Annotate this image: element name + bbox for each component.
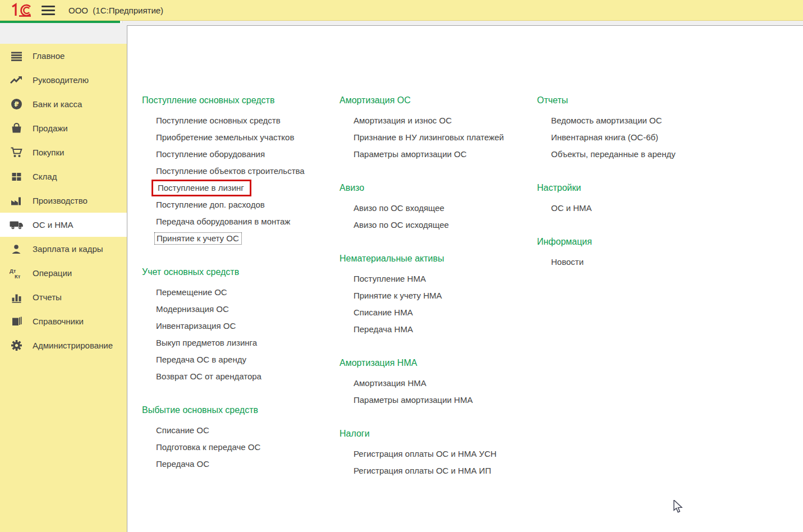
sidebar-item[interactable]: Зарплата и кадры [0, 237, 127, 261]
menu-link-row: Авизо по ОС входящее [339, 200, 533, 217]
menu-link[interactable]: Списание ОС [156, 425, 209, 435]
menu-link[interactable]: Списание НМА [354, 308, 413, 317]
command-group: Амортизация НМААмортизация НМАПараметры … [339, 355, 533, 409]
menu-link-row: Инвентаризация ОС [142, 318, 336, 334]
trend-icon [0, 75, 33, 86]
menu-link[interactable]: Выкуп предметов лизинга [156, 338, 257, 347]
menu-link[interactable]: Параметры амортизации ОС [354, 149, 467, 159]
section-commands-panel: Поступление основных средствПоступление … [127, 25, 803, 532]
sidebar-item[interactable]: Отчеты [0, 285, 127, 309]
menu-link[interactable]: Принятие к учету НМА [354, 291, 442, 300]
menu-link[interactable]: Инвентаризация ОС [156, 321, 236, 331]
command-group-title[interactable]: Настройки [537, 180, 731, 196]
menu-link[interactable]: Передача ОС [156, 459, 209, 469]
svg-text:Кт: Кт [15, 273, 21, 279]
sidebar-item[interactable]: ДтКтОперации [0, 261, 127, 285]
active-tab-underline [0, 21, 120, 23]
sidebar-item[interactable]: Покупки [0, 140, 127, 164]
menu-link[interactable]: Передача НМА [354, 324, 413, 334]
sidebar-item-label: Покупки [33, 148, 64, 157]
sidebar-item-label: Зарплата и кадры [33, 244, 103, 254]
menu-link[interactable]: Новости [551, 257, 584, 267]
grid-icon [0, 171, 33, 182]
menu-link[interactable]: Объекты, переданные в аренду [551, 149, 676, 159]
menu-link[interactable]: Поступление доп. расходов [156, 200, 265, 209]
person-icon [0, 244, 33, 255]
menu-link-row: ОС и НМА [537, 200, 731, 217]
svg-text:₽: ₽ [14, 100, 19, 108]
sidebar-item-label: Продажи [33, 123, 68, 133]
sidebar-item-label: Справочники [33, 317, 84, 326]
menu-link-row: Поступление объектов строительства [142, 163, 336, 180]
menu-link[interactable]: Приобретение земельных участков [156, 132, 294, 142]
menu-link-highlighted[interactable]: Поступление в лизинг [152, 180, 251, 196]
menu-link[interactable]: Инвентарная книга (ОС-6б) [551, 132, 658, 142]
menu-link-row: Объекты, переданные в аренду [537, 146, 731, 163]
menu-link[interactable]: Передача ОС в аренду [156, 355, 246, 364]
menu-link[interactable]: Передача оборудования в монтаж [156, 217, 290, 226]
menu-link[interactable]: Принятие к учету ОС [154, 232, 242, 245]
main-menu-icon[interactable] [42, 6, 55, 15]
menu-link[interactable]: Модернизация ОС [156, 304, 229, 314]
command-group-title[interactable]: Нематериальные активы [339, 250, 533, 267]
menu-link[interactable]: Регистрация оплаты ОС и НМА ИП [354, 466, 491, 475]
command-group-title[interactable]: Амортизация ОС [339, 92, 533, 109]
dtkt-icon: ДтКт [0, 267, 33, 279]
commands-column-3: ОтчетыВедомость амортизации ОСИнвентарна… [537, 26, 731, 287]
command-group-title[interactable]: Амортизация НМА [339, 355, 533, 372]
menu-link[interactable]: Поступление основных средств [156, 116, 281, 125]
menu-link-row: Выкуп предметов лизинга [142, 334, 336, 351]
menu-link-row: Авизо по ОС исходящее [339, 217, 533, 233]
commands-column-2: Амортизация ОСАмортизация и износ ОСПриз… [339, 26, 533, 496]
menu-link[interactable]: Авизо по ОС входящее [354, 203, 444, 213]
sidebar-item-label: Операции [33, 268, 72, 278]
menu-link[interactable]: Амортизация и износ ОС [354, 116, 452, 125]
menu-link-row: Признание в НУ лизинговых платежей [339, 129, 533, 146]
menu-link[interactable]: Параметры амортизации НМА [354, 395, 472, 405]
sidebar-item[interactable]: ₽Банк и касса [0, 92, 127, 116]
cart-icon [0, 146, 33, 158]
sidebar-item[interactable]: Администрирование [0, 333, 127, 357]
menu-link[interactable]: Авизо по ОС исходящее [354, 220, 449, 230]
sidebar-item[interactable]: Продажи [0, 116, 127, 140]
sidebar-item[interactable]: Склад [0, 164, 127, 189]
top-bar: ООО (1С:Предприятие) [0, 0, 803, 21]
menu-link-row: Подготовка к передаче ОС [142, 439, 336, 456]
sidebar-item-label: Администрирование [33, 341, 113, 350]
menu-link[interactable]: ОС и НМА [551, 203, 592, 213]
command-group-title[interactable]: Информация [537, 233, 731, 250]
sidebar-item[interactable]: Главное [0, 44, 127, 68]
sidebar-item-label: Производство [33, 196, 88, 205]
command-group-title[interactable]: Поступление основных средств [142, 92, 336, 109]
menu-link-row: Поступление доп. расходов [142, 196, 336, 213]
ruble-icon: ₽ [0, 98, 33, 110]
menu-link[interactable]: Признание в НУ лизинговых платежей [354, 132, 504, 142]
menu-link[interactable]: Возврат ОС от арендатора [156, 372, 261, 381]
menu-link-row: Регистрация оплаты ОС и НМА ИП [339, 462, 533, 479]
menu-link[interactable]: Перемещение ОС [156, 287, 227, 297]
menu-link-row: Принятие к учету НМА [339, 287, 533, 304]
command-group: ОтчетыВедомость амортизации ОСИнвентарна… [537, 92, 731, 163]
command-group-title[interactable]: Выбытие основных средств [142, 402, 336, 419]
sidebar-item[interactable]: Руководителю [0, 68, 127, 92]
sidebar-item-label: Банк и касса [33, 99, 82, 109]
menu-link[interactable]: Ведомость амортизации ОС [551, 116, 662, 125]
commands-column-1: Поступление основных средствПоступление … [142, 26, 336, 489]
menu-link[interactable]: Поступление НМА [354, 274, 426, 283]
gear-icon [0, 340, 33, 351]
sidebar-item[interactable]: ОС и НМА [0, 213, 127, 237]
sidebar-item[interactable]: Производство [0, 189, 127, 213]
command-group-title[interactable]: Учет основных средств [142, 264, 336, 281]
menu-link-row: Параметры амортизации НМА [339, 392, 533, 409]
menu-link[interactable]: Поступление объектов строительства [156, 166, 305, 176]
command-group-title[interactable]: Отчеты [537, 92, 731, 109]
menu-link[interactable]: Регистрация оплаты ОС и НМА УСН [354, 449, 497, 458]
menu-link[interactable]: Поступление оборудования [156, 149, 265, 159]
app-window: ООО (1С:Предприятие) Начальная страница … [0, 0, 803, 532]
menu-link-row: Поступление основных средств [142, 112, 336, 129]
command-group-title[interactable]: Налоги [339, 425, 533, 442]
command-group-title[interactable]: Авизо [339, 180, 533, 196]
menu-link[interactable]: Амортизация НМА [354, 378, 426, 388]
menu-link[interactable]: Подготовка к передаче ОС [156, 442, 260, 452]
sidebar-item[interactable]: Справочники [0, 309, 127, 333]
